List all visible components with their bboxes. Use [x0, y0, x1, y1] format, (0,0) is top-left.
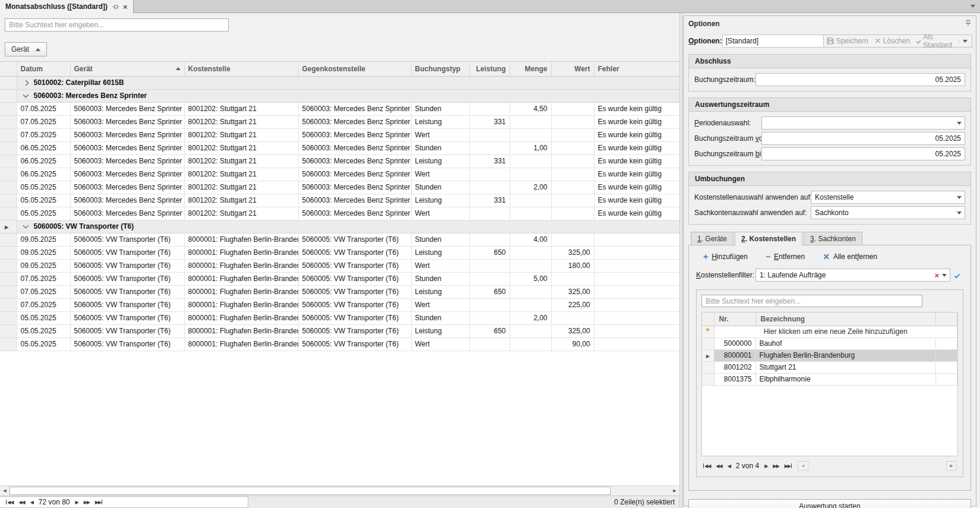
table-cell — [551, 154, 594, 168]
prev-page-icon[interactable]: ◀◀ — [716, 463, 722, 469]
table-row[interactable]: 07.05.20255060005: VW Transporter (T6)80… — [0, 272, 679, 285]
chevron-down-icon — [957, 122, 962, 125]
apply-filter-button[interactable] — [950, 274, 963, 277]
table-row[interactable]: 09.05.20255060005: VW Transporter (T6)80… — [0, 246, 679, 259]
list-item[interactable]: 8001202Stuttgart 21 — [702, 361, 957, 373]
new-row[interactable]: * Hier klicken um eine neue Zeile hinzuz… — [702, 326, 957, 337]
set-default-button[interactable]: Als Standard — [915, 33, 955, 49]
prev-record-icon[interactable]: ◀ — [728, 463, 731, 469]
column-header-leistung[interactable]: Leistung — [469, 62, 510, 76]
first-record-icon[interactable]: ◀◀ — [5, 500, 13, 505]
tab-sachkonten[interactable]: 3. Sachkonten — [804, 232, 862, 245]
table-row[interactable]: 09.05.20255060005: VW Transporter (T6)80… — [0, 259, 679, 272]
table-cell: 5060003: Mercedes Benz Sprinter — [70, 168, 184, 181]
table-row[interactable]: 05.05.20255060003: Mercedes Benz Sprinte… — [0, 207, 679, 220]
delete-button[interactable]: ✕ Löschen — [873, 37, 912, 45]
column-header-datum[interactable]: Datum — [17, 62, 70, 76]
buchungszeitraum-input[interactable] — [755, 73, 965, 86]
options-name-input[interactable] — [723, 35, 824, 47]
start-evaluation-button[interactable]: Auswertung starten — [688, 499, 971, 508]
table-row[interactable]: 07.05.20255060005: VW Transporter (T6)80… — [0, 298, 679, 311]
first-record-icon[interactable]: ◀◀ — [703, 463, 710, 469]
remove-button[interactable]: − Entfernen — [766, 253, 805, 261]
table-row[interactable]: 05.05.20255060005: VW Transporter (T6)80… — [0, 324, 679, 337]
row-indicator-cell — [0, 115, 17, 128]
collapse-icon[interactable] — [23, 223, 29, 229]
table-row[interactable]: 05.05.20255060003: Mercedes Benz Sprinte… — [0, 194, 679, 207]
column-header-menge[interactable]: Menge — [510, 62, 551, 76]
scroll-left-icon[interactable]: ◀ — [798, 461, 808, 471]
next-record-icon[interactable]: ▶ — [75, 500, 78, 505]
scroll-right-icon[interactable]: ▶ — [670, 486, 679, 496]
table-cell — [469, 128, 510, 141]
new-row-hint[interactable]: Hier klicken um eine neue Zeile hinzuzuf… — [714, 326, 957, 337]
expand-icon[interactable] — [23, 80, 29, 86]
list-item[interactable]: 5000000Bauhof — [702, 337, 957, 349]
close-icon[interactable]: × — [123, 3, 128, 11]
table-row[interactable]: 07.05.20255060003: Mercedes Benz Sprinte… — [0, 115, 679, 128]
collapse-icon[interactable] — [23, 92, 29, 98]
chevron-down-icon[interactable] — [970, 5, 975, 8]
tab-monatsabschluss[interactable]: Monatsabschluss ([Standard]) × — [0, 0, 134, 13]
list-search-input[interactable] — [701, 295, 922, 307]
table-cell: 06.05.2025 — [17, 154, 70, 168]
table-row[interactable]: 07.05.20255060005: VW Transporter (T6)80… — [0, 285, 679, 298]
next-record-icon[interactable]: ▶ — [764, 463, 767, 469]
table-row[interactable]: 06.05.20255060003: Mercedes Benz Sprinte… — [0, 141, 679, 154]
sachkontenauswahl-combobox[interactable]: Sachkonto — [811, 206, 965, 219]
table-row[interactable]: 07.05.20255060003: Mercedes Benz Sprinte… — [0, 102, 679, 115]
table-row[interactable]: 05.05.20255060005: VW Transporter (T6)80… — [0, 337, 679, 351]
column-header-wert[interactable]: Wert — [551, 62, 594, 76]
tab-geraete[interactable]: 1. Geräte — [691, 232, 734, 245]
column-header-gegenkostenstelle[interactable]: Gegenkostenstelle — [298, 62, 411, 76]
kostenstellenfilter-combobox[interactable]: 1: Laufende Aufträge × — [755, 269, 950, 282]
kostenstellenauswahl-combobox[interactable]: Kostenstelle — [811, 191, 965, 204]
scrollbar-thumb[interactable] — [10, 487, 611, 495]
table-cell: Leistung — [411, 246, 469, 259]
table-row[interactable]: 07.05.20255060003: Mercedes Benz Sprinte… — [0, 128, 679, 141]
periodenauswahl-combobox[interactable] — [761, 116, 965, 130]
buchungszeitraum-von-input[interactable] — [761, 132, 965, 145]
search-input[interactable] — [5, 18, 229, 31]
scrollbar-track[interactable] — [611, 486, 670, 496]
tab-kostenstellen[interactable]: 2. Kostenstellen — [735, 232, 802, 245]
prev-page-icon[interactable]: ◀◀ — [18, 500, 24, 505]
table-row[interactable]: 05.05.20255060005: VW Transporter (T6)80… — [0, 311, 679, 324]
list-item[interactable]: ▶8000001Flughafen Berlin-Brandenburg — [702, 349, 957, 361]
table-row[interactable]: 05.05.20255060003: Mercedes Benz Sprinte… — [0, 181, 679, 194]
scroll-right-icon[interactable]: ▶ — [946, 461, 957, 471]
column-header-buchungstyp[interactable]: Buchungstyp — [411, 62, 469, 76]
buchungszeitraum-bis-input[interactable] — [761, 147, 965, 160]
last-record-icon[interactable]: ▶▶ — [95, 500, 103, 505]
pin-horizontal-icon[interactable] — [112, 4, 119, 10]
next-page-icon[interactable]: ▶▶ — [84, 500, 90, 505]
column-header-fehler[interactable]: Fehler — [594, 62, 679, 76]
table-row[interactable]: 06.05.20255060003: Mercedes Benz Sprinte… — [0, 154, 679, 168]
save-button[interactable]: Speichern — [825, 37, 870, 45]
table-row[interactable]: 09.05.20255060005: VW Transporter (T6)80… — [0, 233, 679, 246]
clear-filter-icon[interactable]: × — [934, 272, 939, 279]
column-header-bezeichnung[interactable]: Bezeichnung — [755, 313, 936, 326]
table-cell: 5060003: Mercedes Benz Sprinter — [298, 141, 411, 154]
last-record-icon[interactable]: ▶▶ — [785, 463, 792, 469]
scroll-left-icon[interactable]: ◀ — [0, 486, 10, 496]
next-page-icon[interactable]: ▶▶ — [773, 463, 779, 469]
column-header-geraet[interactable]: Gerät — [70, 62, 184, 76]
add-button[interactable]: + Hinzufügen — [703, 253, 748, 261]
column-header-nr[interactable]: Nr. — [714, 313, 755, 326]
group-row[interactable]: 5060003: Mercedes Benz Sprinter — [0, 89, 679, 102]
column-header-kostenstelle[interactable]: Kostenstelle — [184, 62, 298, 76]
buchungszeitraum-von-label: Buchungszeitraum von: — [694, 134, 761, 143]
prev-record-icon[interactable]: ◀ — [30, 500, 33, 505]
options-dropdown-button[interactable] — [959, 40, 970, 43]
table-row[interactable]: 06.05.20255060003: Mercedes Benz Sprinte… — [0, 168, 679, 181]
group-row[interactable]: 5010002: Caterpillar 6015B — [0, 76, 679, 89]
list-item[interactable]: 8001375Elbphilharmonie — [702, 373, 957, 385]
remove-all-button[interactable]: ✕ Alle entfernen — [823, 253, 877, 261]
horizontal-scrollbar[interactable]: ◀ ▶ — [0, 485, 679, 496]
group-row[interactable]: ▶5060005: VW Transporter (T6) — [0, 220, 679, 233]
group-by-chip-geraet[interactable]: Gerät — [5, 42, 47, 56]
focused-row-marker-icon: ▶ — [0, 225, 8, 230]
tab-title: Monatsabschluss ([Standard]) — [5, 2, 108, 11]
pin-icon[interactable] — [965, 20, 971, 28]
